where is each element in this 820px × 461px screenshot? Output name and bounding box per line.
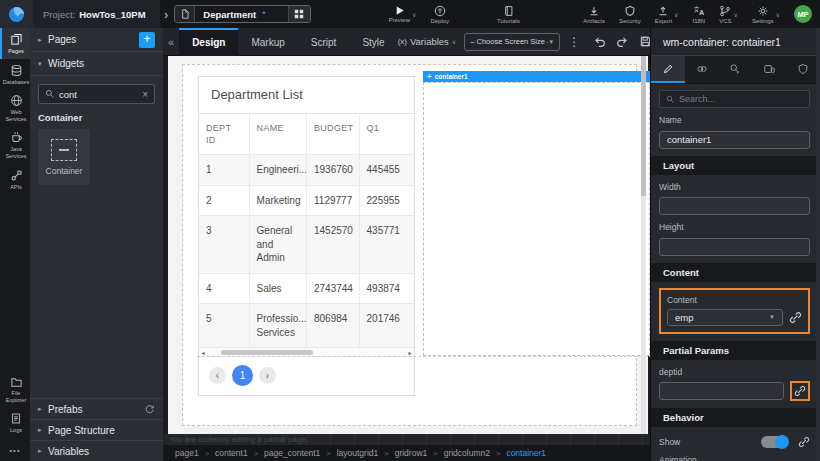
column-header[interactable]: NAME <box>250 114 307 155</box>
tab-properties[interactable] <box>651 56 685 83</box>
tab-security[interactable] <box>786 56 820 83</box>
properties-search-box <box>659 90 810 108</box>
show-toggle[interactable] <box>761 436 788 448</box>
redo-button[interactable] <box>616 35 629 48</box>
app-logo[interactable] <box>0 0 33 28</box>
rail-item-pages[interactable]: Pages <box>0 28 30 59</box>
add-page-button[interactable]: + <box>139 32 155 48</box>
vcs-button[interactable]: VCS <box>719 0 731 28</box>
scroll-left-icon[interactable]: ◂ <box>199 349 207 356</box>
current-page-button[interactable]: 1 <box>232 365 253 386</box>
next-page-button[interactable]: › <box>259 367 276 384</box>
accordion-widgets[interactable]: ▾ Widgets <box>30 52 163 76</box>
canvas-vertical-scrollbar[interactable] <box>641 56 646 434</box>
table-row[interactable]: 4 Sales 2743744 493874 <box>199 274 414 305</box>
accordion-pages[interactable]: ▸ Pages + <box>30 28 163 52</box>
variables-dropdown[interactable]: (x) Variables ∨ <box>398 36 457 47</box>
clear-search-icon[interactable]: × <box>142 89 148 100</box>
pages-icon <box>10 33 23 46</box>
breadcrumb-item[interactable]: layoutgrid1 <box>337 448 379 458</box>
accordion-variables[interactable]: ▸ Variables <box>30 440 163 461</box>
tab-markup[interactable]: Markup <box>238 28 297 56</box>
page-grid-icon[interactable] <box>288 6 310 22</box>
security-button[interactable]: Security <box>619 0 641 28</box>
settings-dropdown-icon[interactable]: ∨ <box>776 11 780 18</box>
bind-deptid-icon[interactable] <box>794 385 806 397</box>
accordion-prefabs[interactable]: ▸ Prefabs <box>30 398 163 419</box>
user-avatar[interactable]: MP <box>794 5 812 23</box>
undo-button[interactable] <box>593 35 606 48</box>
width-input[interactable] <box>659 197 810 215</box>
page-selector[interactable]: Department * <box>174 5 310 23</box>
collapsed-arrow-icon: ▸ <box>38 426 48 434</box>
deptid-input[interactable] <box>659 382 784 400</box>
tab-script[interactable]: Script <box>298 28 350 56</box>
screen-size-select[interactable]: – Choose Screen Size – ▼ <box>464 33 560 51</box>
breadcrumb-item[interactable]: gridrow1 <box>395 448 428 458</box>
top-bar: Project: HowTos_10PM › Department * <box>0 0 820 28</box>
table-pagination: ‹ 1 › <box>199 357 414 395</box>
widget-category-label: Container <box>38 112 155 123</box>
accordion-page-structure[interactable]: ▸ Page Structure <box>30 419 163 440</box>
column-header[interactable]: BUDGET <box>307 114 360 155</box>
breadcrumb-item[interactable]: gridcolumn2 <box>444 448 490 458</box>
bind-content-icon[interactable] <box>789 311 802 324</box>
rail-item-logs[interactable]: Logs <box>0 407 30 438</box>
table-row[interactable]: 2 Marketing 1129777 225955 <box>199 186 414 217</box>
container-widget-tile[interactable]: Container <box>38 129 90 185</box>
more-options-icon[interactable]: ••• <box>0 446 30 455</box>
settings-button[interactable]: Settings <box>752 0 774 28</box>
deploy-button[interactable]: Deploy <box>430 0 449 28</box>
vcs-dropdown-icon[interactable]: ∨ <box>734 11 738 18</box>
selected-widget-label-bar[interactable]: + container1 <box>423 71 650 82</box>
scroll-right-icon[interactable]: ▸ <box>406 349 414 356</box>
tab-events[interactable] <box>719 56 753 83</box>
breadcrumb-item[interactable]: content1 <box>215 448 248 458</box>
column-header[interactable]: DEPT ID <box>199 114 250 155</box>
bind-show-icon[interactable] <box>798 436 810 448</box>
name-input[interactable] <box>659 131 810 149</box>
export-button[interactable]: Export <box>655 0 672 28</box>
page-content-area[interactable]: Department List DEPT ID NAME BUDGET Q1 1… <box>182 64 637 426</box>
breadcrumb-item-current[interactable]: container1 <box>506 448 546 458</box>
tab-style[interactable]: Style <box>349 28 397 56</box>
container1-widget[interactable] <box>423 82 650 356</box>
modified-indicator: * <box>262 9 266 19</box>
panel-scrollbar[interactable] <box>816 28 820 461</box>
table-row[interactable]: 3 General and Admin 1452570 435771 <box>199 216 414 274</box>
tab-devices[interactable] <box>752 56 786 83</box>
column-header[interactable]: Q1 <box>360 114 414 155</box>
section-partial-params: Partial Params <box>651 341 820 360</box>
rail-item-apis[interactable]: APIs <box>0 164 30 195</box>
prev-page-button[interactable]: ‹ <box>209 367 226 384</box>
breadcrumb-item[interactable]: page_content1 <box>264 448 320 458</box>
table-row[interactable]: 5 Professio... Services 806984 201746 <box>199 304 414 348</box>
properties-panel: wm-container: container1 <box>650 28 820 461</box>
refresh-icon[interactable] <box>144 404 155 415</box>
height-input[interactable] <box>659 238 810 256</box>
rail-item-web-services[interactable]: Web Services <box>0 89 30 126</box>
department-table-widget[interactable]: Department List DEPT ID NAME BUDGET Q1 1… <box>198 76 415 396</box>
widget-search-input[interactable] <box>59 89 138 100</box>
breadcrumb-item[interactable]: page1 <box>175 448 199 458</box>
scrollbar-thumb[interactable] <box>221 350 313 355</box>
rail-bottom: File Explorer Logs ••• <box>0 371 30 455</box>
export-dropdown-icon[interactable]: ∨ <box>674 11 678 18</box>
rail-item-file-explorer[interactable]: File Explorer <box>0 371 30 407</box>
add-icon: + <box>427 73 432 81</box>
preview-button[interactable]: Preview <box>389 0 410 28</box>
tab-styles[interactable] <box>685 56 719 83</box>
artifacts-button[interactable]: Artifacts <box>583 0 605 28</box>
rail-item-databases[interactable]: Databases <box>0 59 30 90</box>
tab-design[interactable]: Design <box>179 28 238 56</box>
rail-item-java-services[interactable]: Java Services <box>0 126 30 163</box>
i18n-button[interactable]: A I18N <box>692 0 705 28</box>
more-menu-icon[interactable]: ⋮ <box>568 35 580 49</box>
content-select[interactable]: emp ▼ <box>667 309 783 326</box>
canvas-page[interactable]: Department List DEPT ID NAME BUDGET Q1 1… <box>168 56 648 434</box>
preview-dropdown-icon[interactable]: ∨ <box>412 11 416 18</box>
tutorials-button[interactable]: Tutorials <box>497 0 520 28</box>
collapse-panel-icon[interactable]: « <box>163 36 179 48</box>
table-row[interactable]: 1 Engineeri... 1936760 445455 <box>199 155 414 186</box>
properties-search-input[interactable] <box>679 94 803 104</box>
